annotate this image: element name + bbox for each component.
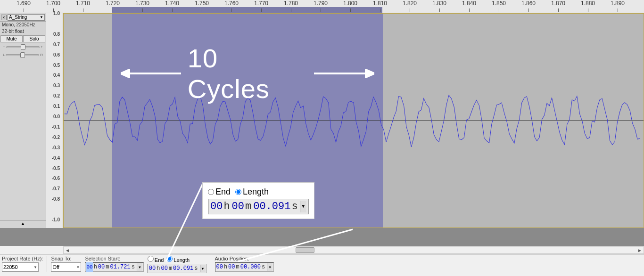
- ruler-tick: 1.880: [581, 0, 595, 7]
- ruler-tick: 1.820: [403, 0, 417, 7]
- chevron-down-icon: ▼: [33, 265, 37, 269]
- ruler-tick: 1.780: [284, 0, 298, 7]
- project-rate-value: 22050: [3, 264, 18, 270]
- ruler-tick: 1.830: [432, 0, 446, 7]
- selection-start-field[interactable]: 00h 00m 01.721s ▼: [85, 262, 143, 272]
- pan-left-label: L: [3, 53, 5, 57]
- plus-icon: +: [41, 45, 43, 49]
- chevron-down-icon[interactable]: ▼: [267, 263, 272, 271]
- amp-label: -0.7: [52, 186, 60, 191]
- ruler-tick: 1.720: [106, 0, 120, 7]
- ruler-tick: 1.770: [254, 0, 268, 7]
- mute-button[interactable]: Mute: [0, 35, 23, 42]
- ruler-tick: 1.700: [46, 0, 60, 7]
- audio-position-label: Audio Position:: [215, 256, 274, 261]
- amplitude-scale: 1.00.80.70.60.50.40.30.20.10.0-0.1-0.2-0…: [46, 13, 63, 228]
- ruler-tick: 1.850: [492, 0, 506, 7]
- amp-label: 0.5: [53, 62, 60, 67]
- pan-thumb[interactable]: [20, 52, 25, 58]
- ruler-tick: 1.800: [343, 0, 357, 7]
- selection-toolbar: Project Rate (Hz): 22050 ▼ Snap To: Off …: [0, 254, 644, 276]
- amp-label: -0.8: [52, 196, 60, 202]
- solo-button[interactable]: Solo: [23, 35, 45, 42]
- amp-label: 0.8: [53, 31, 60, 36]
- callout-length-radio[interactable]: Length: [235, 187, 269, 197]
- track-gap: [0, 228, 644, 246]
- chevron-down-icon: ▼: [76, 265, 80, 269]
- selection-start-label: Selection Start:: [85, 256, 143, 261]
- track-name-label: A_String: [9, 15, 27, 20]
- scroll-left-button[interactable]: ◄: [64, 248, 71, 253]
- snap-to-select[interactable]: Off ▼: [51, 262, 81, 272]
- ruler-tick: 1.690: [17, 0, 31, 7]
- pan-right-label: R: [40, 53, 43, 57]
- track-collapse-button[interactable]: ▲: [0, 220, 46, 228]
- end-radio[interactable]: End: [148, 256, 164, 263]
- project-rate-label: Project Rate (Hz):: [2, 256, 43, 261]
- ruler-tick: 1.860: [521, 0, 536, 7]
- wave-path: [65, 95, 640, 147]
- ruler-tick: 1.740: [165, 0, 179, 7]
- track-name-dropdown[interactable]: A_String ▼: [8, 14, 45, 21]
- amp-label: -0.3: [52, 145, 60, 150]
- scroll-right-button[interactable]: ►: [636, 248, 644, 253]
- track-format-label: Mono, 22050Hz: [0, 22, 46, 28]
- amp-label: -0.1: [52, 124, 60, 129]
- track-bitdepth-label: 32-bit float: [0, 28, 46, 35]
- amp-label: 0.0: [53, 114, 60, 119]
- amp-label: 0.3: [53, 83, 60, 88]
- ruler-tick: 1.730: [135, 0, 149, 7]
- amp-label: 0.2: [53, 93, 60, 98]
- ruler-tick: 1.790: [314, 0, 328, 7]
- ruler-tick: 1.870: [551, 0, 565, 7]
- pan-slider[interactable]: L R: [0, 51, 46, 59]
- snap-to-label: Snap To:: [51, 256, 81, 261]
- chevron-down-icon[interactable]: ▼: [200, 265, 206, 272]
- amp-label: 1.0: [53, 11, 60, 16]
- ruler-selection: [112, 7, 382, 13]
- gain-track[interactable]: [6, 46, 40, 48]
- callout-length-field[interactable]: 00h 00m 00.091s ▼: [208, 199, 309, 214]
- length-radio[interactable]: Length: [166, 256, 190, 263]
- amp-label: -0.4: [52, 155, 60, 160]
- track-control-panel: × A_String ▼ Mono, 22050Hz 32-bit float …: [0, 13, 46, 228]
- amp-label: 0.4: [53, 73, 60, 78]
- snap-to-value: Off: [52, 264, 59, 270]
- chevron-down-icon[interactable]: ▼: [300, 201, 306, 212]
- length-callout: End Length 00h 00m 00.091s ▼: [203, 183, 314, 219]
- chevron-down-icon: ▼: [40, 15, 43, 20]
- track-close-button[interactable]: ×: [1, 15, 7, 20]
- pan-track[interactable]: [6, 54, 39, 56]
- waveform-display[interactable]: 10 Cycles: [63, 13, 644, 228]
- waveform-svg: [64, 14, 644, 227]
- project-rate-select[interactable]: 22050 ▼: [2, 262, 39, 272]
- ruler-tick: 1.710: [76, 0, 90, 7]
- amp-label: -1.0: [52, 217, 60, 222]
- ruler-tick: 1.810: [373, 0, 387, 7]
- gain-slider[interactable]: − +: [0, 43, 46, 51]
- horizontal-scrollbar[interactable]: ◄ ►: [0, 246, 644, 254]
- amp-label: -0.2: [52, 134, 60, 139]
- scroll-thumb[interactable]: [296, 247, 314, 253]
- amp-label: -0.5: [52, 165, 60, 170]
- ruler-tick: 1.760: [224, 0, 239, 7]
- amp-label: 0.7: [53, 41, 60, 47]
- timeline-ruler[interactable]: 1.6901.7001.7101.7201.7301.7401.7501.760…: [0, 0, 644, 13]
- minus-icon: −: [3, 45, 5, 49]
- audio-position-field[interactable]: 00h 00m 00.000s ▼: [215, 262, 274, 272]
- gain-thumb[interactable]: [21, 44, 25, 50]
- amp-label: -0.6: [52, 176, 60, 181]
- ruler-tick: 1.750: [195, 0, 209, 7]
- callout-end-radio[interactable]: End: [208, 187, 231, 197]
- selection-length-field[interactable]: 00h 00m 00.091s ▼: [148, 264, 207, 273]
- amp-label: 0.1: [53, 104, 60, 109]
- ruler-tick: 1.840: [462, 0, 476, 7]
- chevron-down-icon[interactable]: ▼: [137, 263, 142, 271]
- ruler-tick: 1.890: [611, 0, 625, 7]
- amp-label: 0.6: [53, 52, 60, 57]
